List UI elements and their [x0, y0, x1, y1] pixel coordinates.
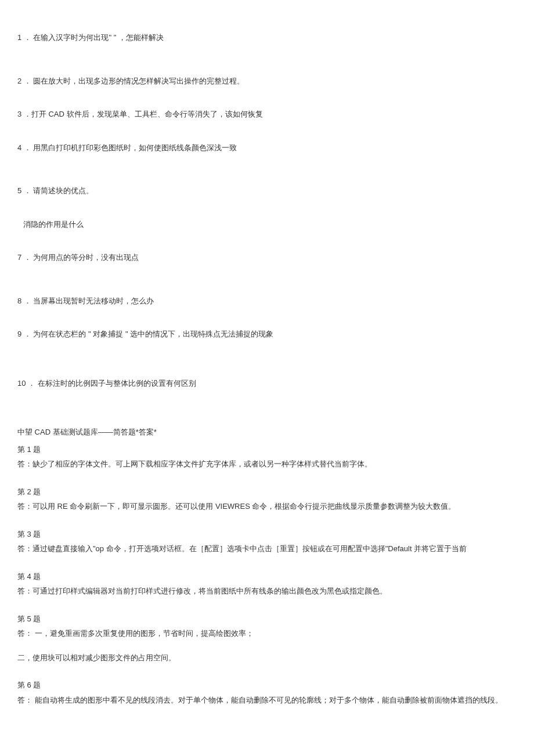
answer-1: 第 1 题 答：缺少了相应的字体文件。可上网下载相应字体文件扩充字体库，或者以另… [17, 444, 517, 470]
spacer [17, 236, 517, 252]
answer-5-text-line1: 答： 一，避免重画需多次重复使用的图形，节省时间，提高绘图效率； [17, 628, 517, 639]
spacer [17, 639, 517, 652]
spacer [17, 126, 517, 142]
question-7: 7 ． 为何用点的等分时，没有出现点 [17, 252, 517, 263]
spacer [17, 269, 517, 295]
answer-4-number: 第 4 题 [17, 571, 517, 583]
answer-6-number: 第 6 题 [17, 679, 517, 691]
answers-section-title: 中望 CAD 基础测试题库——简答题*答案* [17, 426, 517, 438]
spacer [17, 346, 517, 378]
answer-6: 第 6 题 答： 能自动将生成的图形中看不见的线段消去。对于单个物体，能自动删除… [17, 679, 517, 706]
question-4: 4 ． 用黑白打印机打印彩色图纸时，如何使图纸线条颜色深浅一致 [17, 142, 517, 154]
question-3: 3 ．打开 CAD 软件后，发现菜单、工具栏、命令行等消失了，该如何恢复 [17, 108, 517, 120]
question-5: 5 ． 请简述块的优点。 [17, 185, 517, 197]
question-1: 1 ． 在输入汉字时为何出现" " ，怎能样解决 [17, 32, 517, 44]
spacer [17, 49, 517, 75]
question-2: 2 ． 圆在放大时，出现多边形的情况怎样解决写出操作的完整过程。 [17, 75, 517, 87]
answer-2-number: 第 2 题 [17, 486, 517, 498]
spacer [17, 202, 517, 219]
answer-3-text: 答：通过键盘直接输入"op 命令，打开选项对话框。在［配置］选项卡中点击［重置］… [17, 543, 517, 555]
answer-1-text: 答：缺少了相应的字体文件。可上网下载相应字体文件扩充字体库，或者以另一种字体样式… [17, 458, 517, 470]
answer-5-text-line2: 二，使用块可以相对减少图形文件的占用空间。 [17, 652, 517, 664]
spacer [17, 92, 517, 108]
answer-3: 第 3 题 答：通过键盘直接输入"op 命令，打开选项对话框。在［配置］选项卡中… [17, 529, 517, 555]
spacer [17, 159, 517, 185]
question-9: 9 ． 为何在状态栏的 " 对象捕捉 " 选中的情况下，出现特殊点无法捕捉的现象 [17, 328, 517, 340]
answer-6-text: 答： 能自动将生成的图形中看不见的线段消去。对于单个物体，能自动删除不可见的轮廓… [17, 694, 517, 706]
spacer [17, 312, 517, 328]
question-8: 8 ． 当屏幕出现暂时无法移动时，怎么办 [17, 295, 517, 307]
spacer [17, 395, 517, 426]
answer-5: 第 5 题 答： 一，避免重画需多次重复使用的图形，节省时间，提高绘图效率； 二… [17, 613, 517, 664]
document-page: 1 ． 在输入汉字时为何出现" " ，怎能样解决 2 ． 圆在放大时，出现多边形… [0, 0, 534, 739]
answer-5-number: 第 5 题 [17, 613, 517, 625]
answer-2-text: 答：可以用 RE 命令刷新一下，即可显示圆形。还可以使用 VIEWRES 命令，… [17, 501, 517, 512]
answer-1-number: 第 1 题 [17, 444, 517, 455]
answer-3-number: 第 3 题 [17, 529, 517, 540]
question-6-sub: 消隐的作用是什么 [17, 219, 517, 230]
question-10: 10 ． 在标注时的比例因子与整体比例的设置有何区别 [17, 378, 517, 389]
answer-2: 第 2 题 答：可以用 RE 命令刷新一下，即可显示圆形。还可以使用 VIEWR… [17, 486, 517, 512]
answer-4: 第 4 题 答：可通过打印样式编辑器对当前打印样式进行修改，将当前图纸中所有线条… [17, 571, 517, 597]
answer-4-text: 答：可通过打印样式编辑器对当前打印样式进行修改，将当前图纸中所有线条的输出颜色改… [17, 585, 517, 597]
